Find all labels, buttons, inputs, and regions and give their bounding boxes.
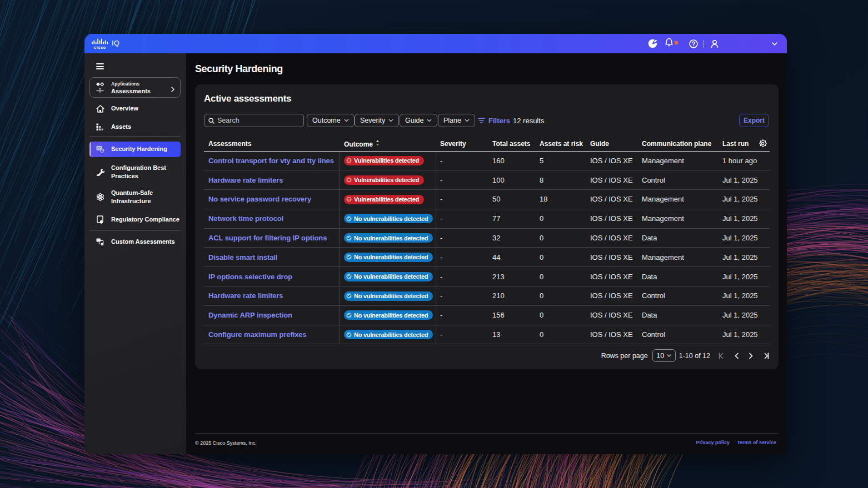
svg-text:cisco: cisco (94, 46, 106, 49)
